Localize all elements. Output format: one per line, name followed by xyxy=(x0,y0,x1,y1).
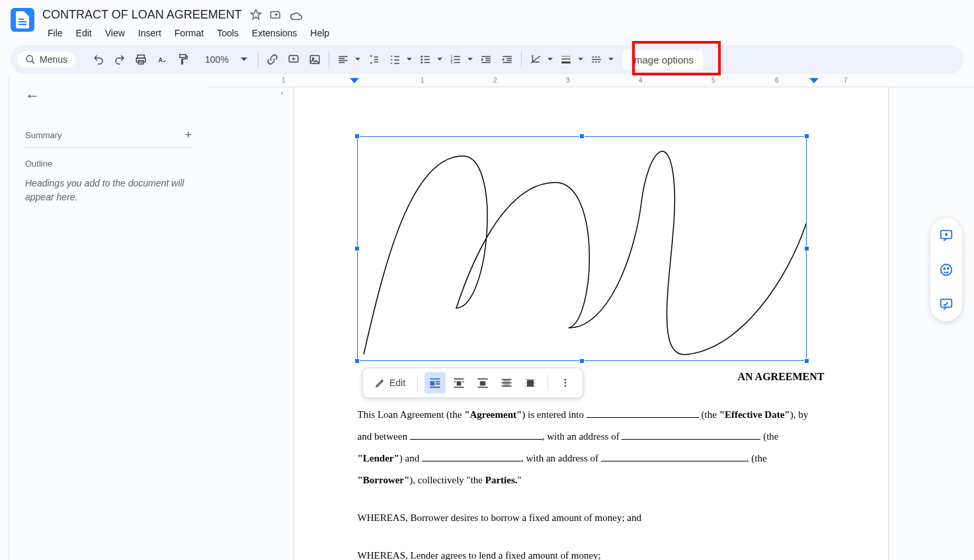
suggest-edits-button[interactable] xyxy=(934,292,958,316)
border-weight-button[interactable] xyxy=(556,50,576,69)
svg-rect-25 xyxy=(480,381,485,386)
resize-handle-tm[interactable] xyxy=(579,134,585,139)
svg-rect-4 xyxy=(180,55,186,58)
selected-image[interactable] xyxy=(357,136,807,361)
svg-rect-19 xyxy=(454,378,464,380)
svg-rect-29 xyxy=(502,382,512,383)
add-summary-button[interactable]: + xyxy=(184,128,192,142)
paragraph-2[interactable]: WHEREAS, Borrower desires to borrow a fi… xyxy=(358,507,825,529)
resize-handle-bm[interactable] xyxy=(579,358,585,364)
redo-button[interactable] xyxy=(110,50,130,69)
indent-marker-right[interactable] xyxy=(809,78,819,87)
svg-rect-18 xyxy=(430,387,440,388)
menu-tools[interactable]: Tools xyxy=(212,25,244,41)
wrap-break-button[interactable] xyxy=(472,372,493,393)
border-dash-dropdown[interactable] xyxy=(606,57,616,62)
undo-button[interactable] xyxy=(89,50,108,69)
svg-rect-26 xyxy=(478,387,488,388)
floating-comment-panel xyxy=(930,218,962,321)
align-dropdown[interactable] xyxy=(353,57,362,62)
spellcheck-button[interactable] xyxy=(152,50,172,69)
docs-logo-icon[interactable] xyxy=(11,8,34,32)
menu-help[interactable]: Help xyxy=(305,25,335,41)
resize-handle-bl[interactable] xyxy=(354,358,360,364)
search-icon xyxy=(25,54,36,65)
wrap-front-button[interactable] xyxy=(520,372,541,393)
svg-rect-21 xyxy=(454,381,456,383)
zoom-level[interactable]: 100% xyxy=(201,54,233,65)
outline-sidebar: ← Summary + Outline Headings you add to … xyxy=(9,77,208,560)
summary-label: Summary xyxy=(25,130,62,140)
line-spacing-button[interactable] xyxy=(364,50,384,69)
crop-dropdown[interactable] xyxy=(546,57,555,62)
svg-point-35 xyxy=(565,379,567,381)
border-dash-button[interactable] xyxy=(587,50,606,69)
toolbar: Menus 100% 123 Image options xyxy=(11,45,963,74)
bullet-dropdown[interactable] xyxy=(435,57,444,62)
image-button[interactable] xyxy=(305,50,325,69)
svg-text:3: 3 xyxy=(450,60,452,64)
more-options-button[interactable] xyxy=(555,372,576,393)
menu-file[interactable]: File xyxy=(42,25,68,41)
svg-point-10 xyxy=(421,61,423,63)
svg-rect-15 xyxy=(430,381,435,386)
wrap-text-button[interactable] xyxy=(448,372,469,393)
back-arrow-icon[interactable]: ← xyxy=(25,87,192,104)
border-weight-dropdown[interactable] xyxy=(576,57,585,62)
svg-point-36 xyxy=(565,382,567,384)
svg-rect-22 xyxy=(462,381,464,383)
cloud-icon[interactable] xyxy=(290,8,303,21)
menu-view[interactable]: View xyxy=(100,25,130,41)
checklist-button[interactable] xyxy=(385,50,405,69)
resize-handle-br[interactable] xyxy=(804,358,809,364)
svg-point-7 xyxy=(312,58,313,59)
star-icon[interactable] xyxy=(250,9,262,20)
search-menus[interactable]: Menus xyxy=(17,52,75,67)
document-title[interactable]: CONTRACT OF LOAN AGREEMENT xyxy=(42,8,242,22)
svg-rect-28 xyxy=(502,379,512,380)
svg-point-9 xyxy=(421,59,423,61)
paragraph-3[interactable]: WHEREAS, Lender agrees to lend a fixed a… xyxy=(358,545,825,560)
menu-extensions[interactable]: Extensions xyxy=(247,25,302,41)
resize-handle-tl[interactable] xyxy=(354,134,360,139)
paragraph-1[interactable]: This Loan Agreement (the "Agreement") is… xyxy=(358,404,825,491)
comment-button[interactable] xyxy=(284,50,304,69)
resize-handle-tr[interactable] xyxy=(804,134,809,139)
svg-point-40 xyxy=(944,268,945,269)
bullet-list-button[interactable] xyxy=(415,50,435,69)
svg-rect-16 xyxy=(436,381,440,383)
move-icon[interactable] xyxy=(270,9,282,20)
numbered-list-button[interactable]: 123 xyxy=(446,50,466,69)
crop-button[interactable] xyxy=(526,50,546,69)
increase-indent-button[interactable] xyxy=(497,50,517,69)
svg-rect-20 xyxy=(457,381,462,386)
vertical-ruler xyxy=(0,77,9,560)
menu-format[interactable]: Format xyxy=(169,25,209,41)
svg-point-37 xyxy=(565,385,567,387)
checklist-dropdown[interactable] xyxy=(405,57,414,62)
add-comment-button[interactable] xyxy=(934,223,958,247)
zoom-dropdown[interactable] xyxy=(234,50,254,69)
numbered-dropdown[interactable] xyxy=(466,57,475,62)
decrease-indent-button[interactable] xyxy=(476,50,496,69)
link-button[interactable] xyxy=(263,50,282,69)
svg-rect-17 xyxy=(436,383,440,385)
wrap-inline-button[interactable] xyxy=(425,372,446,393)
wrap-behind-button[interactable] xyxy=(496,372,517,393)
image-options-button[interactable]: Image options xyxy=(622,50,703,69)
resize-handle-ml[interactable] xyxy=(354,246,360,251)
menu-edit[interactable]: Edit xyxy=(71,25,97,41)
align-button[interactable] xyxy=(333,50,353,69)
paint-format-button[interactable] xyxy=(173,50,193,69)
add-emoji-button[interactable] xyxy=(934,258,958,282)
edit-image-button[interactable]: Edit xyxy=(370,378,411,388)
menu-insert[interactable]: Insert xyxy=(133,25,167,41)
search-menus-label: Menus xyxy=(40,54,67,65)
svg-point-8 xyxy=(421,56,423,58)
print-button[interactable] xyxy=(131,50,151,69)
svg-point-41 xyxy=(948,268,949,269)
resize-handle-mr[interactable] xyxy=(804,246,809,251)
horizontal-ruler[interactable]: 1 1 2 3 4 5 6 7 xyxy=(208,77,974,87)
outline-label: Outline xyxy=(25,159,192,169)
indent-marker-left[interactable] xyxy=(350,78,359,87)
